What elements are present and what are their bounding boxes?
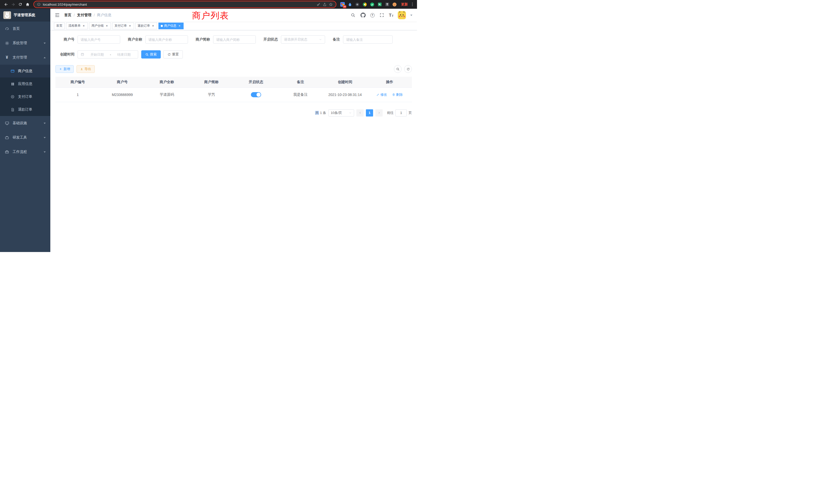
green-square-extension-icon[interactable] bbox=[376, 1, 383, 8]
dark-circle-extension-icon[interactable] bbox=[354, 1, 360, 8]
filter-merchant-short: 商户简称 bbox=[196, 36, 256, 44]
dropdown-caret-icon[interactable] bbox=[410, 15, 412, 16]
main-area: 首页 / 支付管理 / 商户信息 ? bbox=[50, 9, 417, 252]
col-merchant-short: 商户简称 bbox=[189, 77, 234, 88]
col-remark: 备注 bbox=[278, 77, 323, 88]
remark-label: 备注 bbox=[333, 37, 340, 42]
sidebar-item-dev-tools[interactable]: 研发工具 bbox=[0, 130, 50, 145]
tab-home[interactable]: 首页 bbox=[54, 23, 65, 29]
sidebar-item-merchant-info[interactable]: 商户信息 bbox=[0, 65, 50, 77]
filter-merchant-name: 商户全称 bbox=[128, 36, 188, 44]
font-size-icon[interactable]: TT bbox=[389, 13, 394, 18]
help-icon[interactable]: ? bbox=[370, 13, 375, 18]
plus-icon bbox=[59, 68, 62, 71]
dashboard-icon bbox=[5, 26, 9, 31]
sidebar-item-home[interactable]: 首页 bbox=[0, 22, 50, 36]
merchant-name-input[interactable] bbox=[148, 38, 185, 42]
next-page-button[interactable] bbox=[375, 109, 382, 116]
cell-actions: 修改 删除 bbox=[368, 88, 412, 102]
delete-link[interactable]: 删除 bbox=[392, 92, 403, 97]
rabbit-logo-icon bbox=[3, 11, 11, 19]
sidebar-item-payment[interactable]: ¥ 支付管理 bbox=[0, 50, 50, 65]
prev-page-button[interactable] bbox=[356, 109, 364, 116]
tab-process-form[interactable]: 流程表单 × bbox=[66, 23, 88, 29]
browser-back-button[interactable] bbox=[3, 1, 9, 8]
close-icon[interactable]: × bbox=[178, 24, 181, 28]
date-range-picker[interactable]: - bbox=[78, 50, 138, 59]
circle-dot-icon bbox=[10, 94, 15, 99]
card-icon bbox=[10, 69, 15, 73]
tab-refund-orders[interactable]: 退款订单 × bbox=[135, 23, 157, 29]
breadcrumb-current: 商户信息 bbox=[97, 13, 111, 18]
status-select[interactable]: 请选择开启状态 bbox=[281, 36, 325, 44]
pagination-total: 共1 条 bbox=[315, 111, 326, 115]
github-icon[interactable] bbox=[360, 12, 366, 18]
browser-forward-button[interactable] bbox=[10, 1, 17, 8]
sidebar-item-infrastructure[interactable]: 基础设施 bbox=[0, 116, 50, 130]
export-button[interactable]: 导出 bbox=[76, 65, 95, 73]
goto-page-input[interactable] bbox=[395, 109, 407, 116]
sidebar-item-app-info[interactable]: 应用信息 bbox=[0, 77, 50, 90]
browser-update-button[interactable]: 更新 bbox=[401, 2, 408, 7]
tab-merchant-info[interactable]: 商户信息 × bbox=[158, 23, 183, 29]
sidebar-menu: 首页 系统管理 ¥ 支付管理 bbox=[0, 22, 50, 252]
site-info-icon[interactable] bbox=[37, 3, 41, 6]
close-icon[interactable]: × bbox=[151, 24, 155, 28]
add-button[interactable]: 新增 bbox=[56, 65, 74, 73]
chevron-down-icon bbox=[319, 38, 322, 41]
hamburger-icon[interactable] bbox=[52, 10, 62, 20]
merchant-short-input[interactable] bbox=[216, 38, 253, 42]
remark-input[interactable] bbox=[346, 38, 390, 42]
sidebar-item-label: 退款订单 bbox=[18, 107, 46, 112]
tab-user-group[interactable]: 用户分组 × bbox=[89, 23, 111, 29]
search-button[interactable]: 搜索 bbox=[141, 50, 161, 59]
page-size-select[interactable]: 10条/页 bbox=[328, 109, 354, 116]
breadcrumb-home[interactable]: 首页 bbox=[64, 13, 71, 18]
breadcrumb-payment[interactable]: 支付管理 bbox=[77, 13, 91, 18]
download-icon bbox=[80, 68, 83, 71]
grid-icon bbox=[10, 82, 15, 86]
sidebar-item-refund-orders[interactable]: 退款订单 bbox=[0, 103, 50, 116]
close-icon[interactable]: × bbox=[82, 24, 86, 28]
chevron-down-icon bbox=[44, 137, 46, 138]
status-toggle[interactable] bbox=[251, 92, 261, 97]
extensions-puzzle-icon[interactable]: 10 bbox=[339, 1, 346, 8]
start-date-input[interactable] bbox=[86, 53, 108, 56]
check-extension-icon[interactable] bbox=[369, 1, 375, 8]
sidebar-item-payment-orders[interactable]: 支付订单 bbox=[0, 90, 50, 103]
sidebar-item-workflow[interactable]: 工作流程 bbox=[0, 145, 50, 159]
emoji-extension-icon[interactable] bbox=[391, 1, 398, 8]
reset-button[interactable]: 重置 bbox=[163, 50, 183, 59]
col-status: 开启状态 bbox=[234, 77, 278, 88]
calendar-icon bbox=[81, 53, 84, 56]
payment-submenu: 商户信息 应用信息 支付订单 bbox=[0, 65, 50, 116]
sidebar-item-label: 支付管理 bbox=[13, 55, 40, 60]
bookmark-star-icon[interactable] bbox=[329, 3, 333, 6]
end-date-input[interactable] bbox=[113, 53, 135, 56]
browser-refresh-button[interactable] bbox=[17, 1, 24, 8]
password-key-icon[interactable] bbox=[316, 3, 321, 6]
tab-payment-orders[interactable]: 支付订单 × bbox=[112, 23, 134, 29]
app-logo[interactable]: 芋道管理系统 bbox=[0, 9, 50, 22]
refresh-table-button[interactable] bbox=[404, 65, 412, 73]
merchant-no-input[interactable] bbox=[81, 38, 117, 42]
refresh-icon bbox=[168, 53, 171, 56]
fullscreen-icon[interactable] bbox=[379, 12, 385, 18]
close-icon[interactable]: × bbox=[128, 24, 132, 28]
pin-extension-icon[interactable] bbox=[384, 1, 390, 8]
sidebar-item-system[interactable]: 系统管理 bbox=[0, 36, 50, 50]
pencil-icon bbox=[376, 93, 379, 96]
avatar[interactable] bbox=[398, 11, 406, 19]
page-number-button[interactable]: 1 bbox=[366, 109, 373, 116]
drop-extension-icon[interactable] bbox=[347, 1, 353, 8]
search-icon[interactable] bbox=[350, 12, 356, 18]
browser-menu-icon[interactable]: ⋮ bbox=[410, 2, 414, 6]
edit-link[interactable]: 修改 bbox=[376, 92, 387, 97]
profile-extension-icon[interactable] bbox=[361, 1, 368, 8]
close-icon[interactable]: × bbox=[105, 24, 109, 28]
yen-icon: ¥ bbox=[5, 55, 9, 60]
toggle-search-button[interactable] bbox=[394, 65, 401, 73]
url-bar[interactable]: localhost:1024/pay/merchant bbox=[34, 1, 336, 8]
browser-home-button[interactable] bbox=[24, 1, 31, 8]
share-icon[interactable] bbox=[323, 3, 327, 6]
